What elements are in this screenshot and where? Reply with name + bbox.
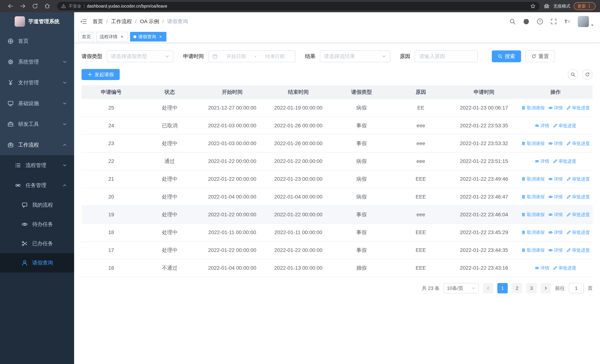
breadcrumb-workflow[interactable]: 工作流程 <box>111 18 132 25</box>
font-size-icon[interactable]: TT <box>564 18 571 25</box>
goto-page-input[interactable] <box>569 283 584 293</box>
home-icon[interactable] <box>44 3 50 9</box>
trash-icon <box>521 106 526 110</box>
detail-link[interactable]: 详情 <box>535 158 549 164</box>
breadcrumb-oa-example[interactable]: OA 示例 <box>140 18 159 25</box>
close-icon[interactable]: × <box>119 34 124 39</box>
browser-controls: 无痕模式 更新 <box>543 2 596 10</box>
cancel-leave-link[interactable]: 取消请假 <box>521 140 544 146</box>
url-text[interactable]: dashboard.yudao.iocoder.cn/bpm/oa/leave <box>87 4 167 9</box>
detail-link[interactable]: 详情 <box>535 123 549 129</box>
approval-progress-link[interactable]: 审批进度 <box>566 229 590 235</box>
detail-link[interactable]: 详情 <box>535 265 549 271</box>
result-select[interactable]: 请选择流结果 <box>320 50 390 62</box>
help-icon[interactable]: ? <box>537 18 543 25</box>
edit-icon <box>566 177 571 181</box>
approval-progress-link[interactable]: 审批进度 <box>566 176 590 182</box>
chevron-up-icon <box>63 143 67 147</box>
sidebar-item-process-management[interactable]: 流程管理 <box>0 155 74 175</box>
page-button-3[interactable]: 3 <box>526 283 537 293</box>
cancel-leave-link[interactable]: 取消请假 <box>521 229 544 235</box>
sidebar-item-infrastructure[interactable]: 基础设施 <box>0 93 74 114</box>
detail-link[interactable]: 详情 <box>548 212 563 218</box>
detail-link[interactable]: 详情 <box>548 140 563 146</box>
approval-progress-link[interactable]: 审批进度 <box>566 140 590 146</box>
approval-progress-link[interactable]: 审批进度 <box>566 247 590 253</box>
sidebar-item-payment[interactable]: 支付管理 <box>0 72 74 93</box>
sidebar-item-devtools[interactable]: 研发工具 <box>0 114 74 135</box>
page-button-2[interactable]: 2 <box>512 283 522 293</box>
leave-type-select[interactable]: 请选择请假类型 <box>107 50 173 62</box>
sidebar-item-leave-query[interactable]: 请假查询 <box>0 253 74 272</box>
cancel-leave-link[interactable]: 取消请假 <box>521 105 544 111</box>
page-size-select[interactable]: 10条/页 <box>444 283 479 293</box>
tag-leave-query[interactable]: 请假查询 × <box>130 32 166 42</box>
detail-link[interactable]: 详情 <box>548 194 563 200</box>
approval-progress-link[interactable]: 审批进度 <box>566 194 590 200</box>
approval-progress-link[interactable]: 审批进度 <box>553 158 576 164</box>
bookmark-star-icon[interactable] <box>530 3 535 9</box>
collapse-sidebar-icon[interactable] <box>80 18 87 25</box>
apply-time-cell: 2022-01-22 23:53:32 <box>450 135 518 152</box>
back-icon[interactable] <box>7 3 14 9</box>
create-leave-button[interactable]: 发起请假 <box>82 69 120 80</box>
sidebar-item-todo-tasks[interactable]: 待办任务 <box>0 215 74 234</box>
security-label[interactable]: 不安全 <box>69 3 81 9</box>
end-time-cell: 2022-01-19 00:00:00 <box>266 99 331 117</box>
start-time-cell: 2022-01-22 00:00:00 <box>199 152 266 170</box>
sidebar-item-my-process[interactable]: 我的流程 <box>0 195 74 215</box>
prev-page-button[interactable] <box>483 283 493 293</box>
reload-icon[interactable] <box>32 3 38 9</box>
sidebar-item-workflow[interactable]: 工作流程 <box>0 135 74 155</box>
apply-time-cell: 2022-01-23 00:06:17 <box>450 99 518 117</box>
breadcrumb-leave-query: 请假查询 <box>167 18 188 25</box>
tag-home[interactable]: 首页 <box>79 32 94 42</box>
approval-progress-link[interactable]: 审批进度 <box>566 105 590 111</box>
app-logo[interactable]: 芋道管理系统 <box>0 12 74 31</box>
github-icon[interactable] <box>523 18 530 25</box>
app-title: 芋道管理系统 <box>28 18 59 25</box>
breadcrumb-home[interactable]: 首页 <box>93 18 103 25</box>
user-menu[interactable] <box>578 16 594 27</box>
close-icon[interactable]: × <box>158 34 163 39</box>
browser-update-button[interactable]: 更新 <box>574 2 596 10</box>
cancel-leave-link[interactable]: 取消请假 <box>521 212 544 218</box>
warning-icon <box>61 4 66 9</box>
edit-icon <box>566 212 571 217</box>
search-button[interactable]: 搜索 <box>492 50 521 62</box>
date-range-picker[interactable]: 开始日期 - 结束日期 <box>208 50 295 62</box>
reason-cell: eee <box>392 152 450 170</box>
cancel-leave-link[interactable]: 取消请假 <box>521 194 544 200</box>
sidebar-item-task-management[interactable]: 任务管理 <box>0 175 74 195</box>
eye-icon <box>535 159 539 163</box>
apply-time-cell: 2022-01-22 23:49:46 <box>450 170 518 188</box>
toggle-search-button[interactable] <box>568 69 578 80</box>
reset-button[interactable]: 重置 <box>525 50 555 62</box>
sidebar-item-home[interactable]: 首页 <box>0 31 74 52</box>
approval-progress-link[interactable]: 审批进度 <box>553 123 576 129</box>
reason-input[interactable] <box>415 50 478 62</box>
detail-link[interactable]: 详情 <box>548 247 563 253</box>
fullscreen-icon[interactable] <box>550 18 557 25</box>
cancel-leave-link[interactable]: 取消请假 <box>521 247 544 253</box>
breadcrumb-separator: / <box>135 19 137 24</box>
apply-time-cell: 2022-01-22 23:51:15 <box>450 152 518 170</box>
approval-progress-link[interactable]: 审批进度 <box>553 265 576 271</box>
sidebar-item-done-tasks[interactable]: 已办任务 <box>0 234 74 253</box>
refresh-table-button[interactable] <box>582 69 593 80</box>
end-time-cell: 2022-01-22 00:00:00 <box>266 152 331 170</box>
page-button-1[interactable]: 1 <box>497 283 508 293</box>
address-bar[interactable]: 不安全 dashboard.yudao.iocoder.cn/bpm/oa/le… <box>57 2 540 10</box>
next-page-button[interactable] <box>541 283 551 293</box>
detail-link[interactable]: 详情 <box>548 229 563 235</box>
forward-icon[interactable] <box>20 3 26 9</box>
cancel-leave-link[interactable]: 取消请假 <box>521 176 544 182</box>
table-row: 23 处理中 2022-01-03 00:00:00 2022-01-26 00… <box>82 135 593 152</box>
workflow-submenu: 流程管理 任务管理 我的流程 待办任务 已 <box>0 155 74 364</box>
detail-link[interactable]: 详情 <box>548 105 563 111</box>
search-icon[interactable] <box>509 18 516 25</box>
detail-link[interactable]: 详情 <box>548 176 563 182</box>
tag-process-detail[interactable]: 流程详情 × <box>96 32 128 42</box>
sidebar-item-system[interactable]: 系统管理 <box>0 52 74 72</box>
approval-progress-link[interactable]: 审批进度 <box>566 212 590 218</box>
